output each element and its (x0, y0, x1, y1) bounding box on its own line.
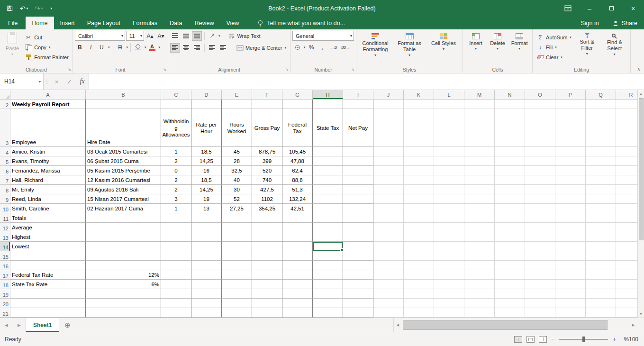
zoom-slider-thumb[interactable] (582, 337, 585, 342)
cell-M13[interactable] (464, 232, 495, 242)
cell-I21[interactable] (343, 308, 373, 318)
cell-J4[interactable] (373, 147, 404, 156)
cell-F3[interactable]: Gross Pay (252, 109, 282, 147)
cell-P13[interactable] (555, 232, 586, 242)
close-button[interactable]: × (622, 0, 644, 17)
cell-L10[interactable] (434, 204, 464, 213)
cell-R2[interactable] (616, 100, 637, 109)
cell-G2[interactable] (282, 100, 313, 109)
cell-F15[interactable] (252, 251, 282, 261)
column-header-H[interactable]: H (313, 90, 343, 100)
cell-Q3[interactable] (586, 109, 616, 147)
cell-A12[interactable]: Average (10, 223, 86, 232)
cell-D2[interactable] (191, 100, 222, 109)
cell-O13[interactable] (525, 232, 555, 242)
cell-E9[interactable]: 52 (222, 194, 252, 204)
cell-C5[interactable]: 2 (161, 156, 191, 166)
clear-button[interactable]: Clear▾ (535, 52, 573, 62)
cell-D7[interactable]: 18,5 (191, 175, 222, 185)
cell-C14[interactable] (161, 242, 191, 251)
zoom-in-button[interactable]: + (612, 336, 616, 343)
cell-K17[interactable] (404, 270, 434, 280)
cell-C18[interactable] (161, 280, 191, 289)
cell-Q8[interactable] (586, 185, 616, 194)
align-center-button[interactable] (181, 43, 191, 53)
scroll-left-button[interactable]: ◀ (394, 323, 402, 327)
cell-A20[interactable] (10, 299, 86, 308)
cell-I3[interactable]: Net Pay (343, 109, 373, 147)
cell-N21[interactable] (495, 308, 525, 318)
vertical-scroll-thumb[interactable] (639, 98, 644, 240)
horizontal-scroll-track[interactable] (402, 318, 629, 332)
cell-D17[interactable] (191, 270, 222, 280)
cell-P18[interactable] (555, 280, 586, 289)
cell-I17[interactable] (343, 270, 373, 280)
cell-F5[interactable]: 399 (252, 156, 282, 166)
row-header-16[interactable]: 16 (0, 261, 10, 270)
cell-E21[interactable] (222, 308, 252, 318)
cell-A3[interactable]: Employee (10, 109, 86, 147)
cell-L3[interactable] (434, 109, 464, 147)
cell-I19[interactable] (343, 289, 373, 299)
fill-color-button[interactable] (133, 43, 143, 52)
cell-K5[interactable] (404, 156, 434, 166)
row-header-14[interactable]: 14 (0, 242, 10, 251)
tell-me-box[interactable]: Tell me what you want to do... (257, 17, 345, 29)
cell-D18[interactable] (191, 280, 222, 289)
save-button[interactable] (4, 3, 16, 14)
cell-F2[interactable] (252, 100, 282, 109)
accounting-format-button[interactable] (292, 43, 302, 52)
format-cells-button[interactable]: Format ▾ (508, 31, 530, 65)
cell-O3[interactable] (525, 109, 555, 147)
cell-O8[interactable] (525, 185, 555, 194)
cell-M12[interactable] (464, 223, 495, 232)
delete-cells-button[interactable]: Delete ▾ (487, 31, 508, 65)
cell-H6[interactable] (313, 166, 343, 175)
cell-F13[interactable] (252, 232, 282, 242)
cell-J11[interactable] (373, 213, 404, 223)
row-header-9[interactable]: 9 (0, 194, 10, 204)
cell-E15[interactable] (222, 251, 252, 261)
cell-J19[interactable] (373, 289, 404, 299)
column-header-B[interactable]: B (86, 90, 161, 100)
italic-button[interactable]: I (86, 43, 96, 52)
row-header-5[interactable]: 5 (0, 156, 10, 166)
tab-page-layout[interactable]: Page Layout (81, 17, 127, 29)
row-header-12[interactable]: 12 (0, 223, 10, 232)
underline-button[interactable]: U (97, 43, 107, 52)
cell-L17[interactable] (434, 270, 464, 280)
cell-C2[interactable] (161, 100, 191, 109)
cell-E13[interactable] (222, 232, 252, 242)
cell-H20[interactable] (313, 299, 343, 308)
cell-G15[interactable] (282, 251, 313, 261)
cell-H16[interactable] (313, 261, 343, 270)
format-painter-button[interactable]: Format Painter (23, 52, 71, 62)
cell-C12[interactable] (161, 223, 191, 232)
cell-F10[interactable]: 354,25 (252, 204, 282, 213)
accounting-dropdown-icon[interactable]: ▾ (304, 46, 306, 49)
cell-O4[interactable] (525, 147, 555, 156)
cell-B13[interactable] (86, 232, 161, 242)
middle-align-button[interactable] (181, 31, 191, 41)
select-all-button[interactable] (0, 90, 10, 100)
cell-A5[interactable]: Evans, Timothy (10, 156, 86, 166)
minimize-button[interactable]: – (579, 0, 600, 17)
cell-J13[interactable] (373, 232, 404, 242)
row-header-17[interactable]: 17 (0, 270, 10, 280)
cell-H9[interactable] (313, 194, 343, 204)
cell-N4[interactable] (495, 147, 525, 156)
row-header-20[interactable]: 20 (0, 299, 10, 308)
cell-B21[interactable] (86, 308, 161, 318)
cell-F12[interactable] (252, 223, 282, 232)
cell-E16[interactable] (222, 261, 252, 270)
cell-B5[interactable]: 06 Şubat 2015 Cuma (86, 156, 161, 166)
cell-F14[interactable] (252, 242, 282, 251)
cell-D6[interactable]: 16 (191, 166, 222, 175)
cell-G5[interactable]: 47,88 (282, 156, 313, 166)
cell-M3[interactable] (464, 109, 495, 147)
cell-I14[interactable] (343, 242, 373, 251)
row-header-4[interactable]: 4 (0, 147, 10, 156)
cell-G16[interactable] (282, 261, 313, 270)
cell-P8[interactable] (555, 185, 586, 194)
percent-style-button[interactable]: % (307, 43, 317, 52)
